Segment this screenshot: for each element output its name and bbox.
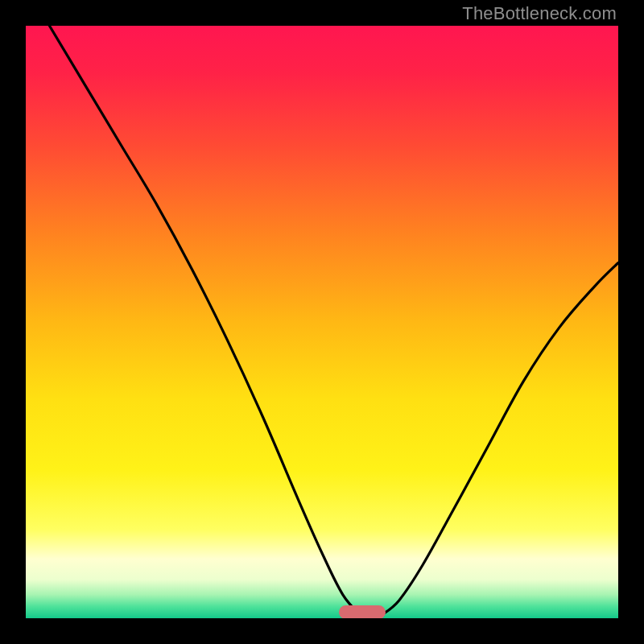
bottleneck-curve: [26, 26, 618, 618]
watermark-text: TheBottleneck.com: [462, 3, 617, 24]
chart-frame: TheBottleneck.com: [0, 0, 644, 644]
optimal-marker: [339, 605, 386, 618]
plot-area: [26, 26, 618, 618]
